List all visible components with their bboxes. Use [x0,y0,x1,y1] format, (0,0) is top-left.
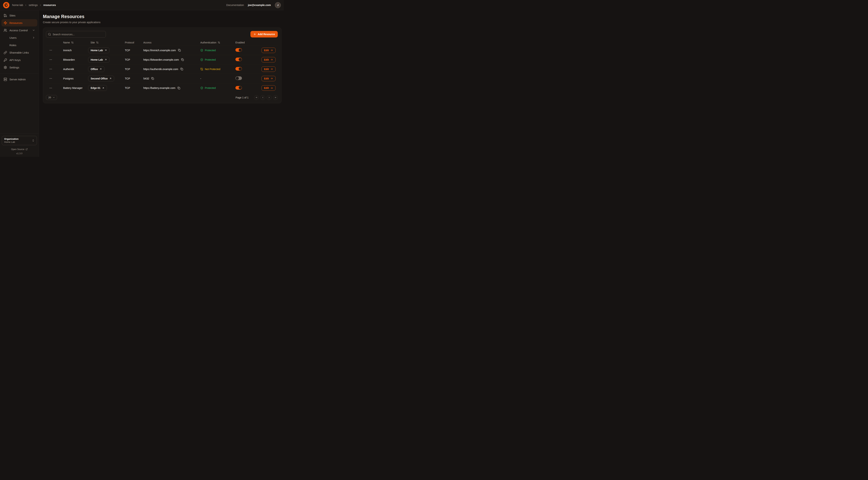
key-icon [4,58,7,62]
open-source-link[interactable]: Open Source [2,148,37,151]
auth-label: Not Protected [205,68,220,70]
sidebar-item-label: Shareable Links [9,51,29,54]
sidebar-item-users[interactable]: Users [1,34,37,41]
edit-label: Edit [264,49,269,52]
sidebar-item-shareable-links[interactable]: Shareable Links [1,49,37,56]
table-row: Immich Home Lab TCP https://immich.examp… [46,46,278,55]
site-link[interactable]: Home Lab [88,48,110,53]
chevron-right-icon [39,4,42,6]
add-resource-label: Add Resource [258,33,275,36]
edit-button[interactable]: Edit [261,48,276,53]
app-logo-icon[interactable] [3,2,9,8]
enabled-toggle[interactable] [236,58,242,61]
edit-button[interactable]: Edit [261,57,276,62]
chevrons-right-icon [274,96,277,99]
enabled-toggle[interactable] [236,67,242,70]
topbar-right: Documentation joe@example.com J [226,2,281,8]
auth-status: Not Protected [200,68,236,70]
site-link[interactable]: Edge 01 [88,85,107,91]
row-actions-button[interactable] [49,57,53,62]
sidebar-item-roles[interactable]: Roles [1,41,37,49]
breadcrumb: home-lab settings resources [12,4,56,6]
resource-name: Battery Manager [63,87,88,89]
sidebar-item-access-control[interactable]: Access Control [1,27,37,34]
breadcrumb-org[interactable]: home-lab [12,4,23,6]
access-url: https://immich.example.com [143,49,176,52]
arrow-up-right-icon [104,49,107,51]
site-link[interactable]: Second Office [88,76,114,82]
main-content: Manage Resources Create secure proxies t… [39,10,284,157]
arrow-right-icon [270,68,273,70]
page-size-select[interactable]: 20 [46,95,57,100]
link-icon [4,51,7,54]
org-selector-value: Home Lab [4,141,19,144]
chevron-down-icon [32,29,35,32]
toggle-knob [239,49,242,52]
header-authentication[interactable]: Authentication [200,41,236,44]
arrow-right-icon [270,87,273,89]
chevrons-up-down-icon [32,139,35,142]
toggle-knob [236,77,239,80]
enabled-toggle[interactable] [236,48,242,52]
edit-button[interactable]: Edit [261,85,276,91]
site-link[interactable]: Home Lab [88,57,110,63]
shield-off-icon [200,68,203,70]
sidebar-item-resources[interactable]: Resources [1,19,37,26]
edit-button[interactable]: Edit [261,66,276,72]
edit-button[interactable]: Edit [261,76,276,81]
enabled-toggle[interactable] [236,77,242,80]
header-site[interactable]: Site [88,41,125,44]
ellipsis-icon [49,49,52,52]
user-email[interactable]: joe@example.com [248,4,271,6]
sidebar-item-server-admin[interactable]: Server Admin [1,76,37,83]
arrow-right-icon [270,77,273,80]
next-page-button[interactable] [267,95,272,100]
copy-icon[interactable] [178,49,181,52]
chevron-right-icon [268,96,270,99]
shield-check-icon [200,58,203,61]
protocol: TCP [125,68,143,70]
chevron-left-icon [262,96,264,99]
ellipsis-icon [49,58,52,61]
row-actions-button[interactable] [49,86,53,90]
row-actions-button[interactable] [49,48,53,53]
site-name: Home Lab [91,58,103,61]
row-actions-button[interactable] [49,76,53,81]
search-input[interactable] [46,31,106,38]
table-row: Authentik Office TCP https://authentik.e… [46,64,278,74]
copy-icon[interactable] [181,58,184,61]
sidebar-item-sites[interactable]: Sites [1,12,37,19]
avatar[interactable]: J [275,2,281,8]
header-name[interactable]: Name [63,41,88,44]
app-version: v1.3.0 [2,152,37,155]
copy-icon[interactable] [177,86,181,90]
copy-icon[interactable] [151,77,154,80]
documentation-link[interactable]: Documentation [226,4,244,6]
first-page-button[interactable] [254,95,259,100]
site-link[interactable]: Office [88,66,104,72]
auth-status: Protected [200,49,236,52]
org-selector[interactable]: Organization Home Lab [2,136,37,145]
sidebar-item-label: Roles [9,43,16,47]
access-url: https://battery.example.com [143,87,175,89]
chevrons-left-icon [255,96,258,99]
last-page-button[interactable] [273,95,278,100]
sidebar-item-label: Settings [9,66,19,69]
row-actions-button[interactable] [49,67,53,71]
auth-status: Protected [200,58,236,61]
breadcrumb-settings[interactable]: settings [29,4,38,6]
resources-table: Name Site Protocol Access Authentication… [46,39,278,93]
arrow-up-right-icon [99,68,102,70]
enabled-toggle[interactable] [236,86,242,90]
combine-icon [4,14,7,17]
protocol: TCP [125,87,143,89]
sidebar-item-api-keys[interactable]: API Keys [1,56,37,63]
sidebar-item-settings[interactable]: Settings [1,64,37,71]
previous-page-button[interactable] [260,95,265,100]
sort-icon [96,41,99,44]
auth-status: Protected [200,87,236,89]
add-resource-button[interactable]: Add Resource [250,31,278,37]
toggle-knob [239,86,242,89]
copy-icon[interactable] [180,67,184,71]
resource-name: Immich [63,49,88,52]
